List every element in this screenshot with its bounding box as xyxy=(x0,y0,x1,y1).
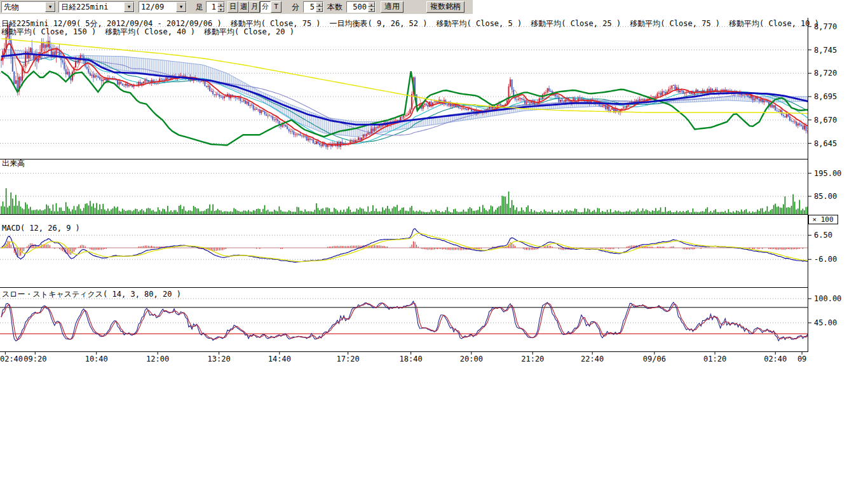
y-axis: 8,7708,7458,7208,6958,6708,645195.0085.0… xyxy=(808,22,841,327)
indicator-label-ma5: 移動平均( Close, 5 ) xyxy=(437,18,522,29)
x-axis-label: 14:40 xyxy=(268,355,291,363)
instrument-type-select[interactable]: 先物 ▼ xyxy=(1,1,56,13)
bar-count-input[interactable]: 500 ▲▼ xyxy=(346,1,376,13)
app-window: { "toolbar": { "instrument_type": "先物", … xyxy=(0,0,868,488)
y-axis-label: 8,695 xyxy=(814,92,837,101)
x-axis-label: 17:20 xyxy=(337,355,360,363)
x-axis-label: 09:20 xyxy=(24,355,46,363)
stoch-panel-label: スロー・ストキャスティクス( 14, 3, 80, 20 ) xyxy=(2,289,181,300)
apply-button[interactable]: 適用 xyxy=(381,1,403,13)
period-day-button[interactable]: 日 xyxy=(227,1,238,13)
y-axis-label: 8,745 xyxy=(814,46,837,55)
x-axis-label: 09 xyxy=(797,355,806,363)
dropdown-arrow-icon[interactable]: ▼ xyxy=(124,2,134,12)
instrument-type-value: 先物 xyxy=(2,2,45,13)
dropdown-arrow-icon[interactable]: ▼ xyxy=(45,2,55,12)
y-axis-label: 6.50 xyxy=(814,231,832,240)
x-axis-label: 22:40 xyxy=(581,355,604,363)
macd-signal-line xyxy=(1,233,808,261)
x-axis-label: 01:20 xyxy=(703,355,726,363)
spin-down-icon[interactable]: ▼ xyxy=(368,7,375,12)
instrument-value: 日経225mini xyxy=(59,2,124,13)
period-week-button[interactable]: 週 xyxy=(238,1,249,13)
spin-down-icon[interactable]: ▼ xyxy=(316,7,323,12)
x-axis-label: 10:40 xyxy=(85,355,108,363)
bar-interval-input[interactable]: 1 ▲▼ xyxy=(206,1,225,13)
stoch-d-line xyxy=(1,303,808,340)
bar-label: 足 xyxy=(196,2,203,13)
y-axis-label: 8,720 xyxy=(814,69,837,78)
indicator-label-ma20: 移動平均( Close, 20 ) xyxy=(204,27,294,37)
period-minute-button[interactable]: 分 xyxy=(260,1,271,13)
period-month-button[interactable]: 月 xyxy=(249,1,260,13)
x-axis-label: 12:00 xyxy=(146,355,169,363)
spinner-buttons[interactable]: ▲▼ xyxy=(217,2,224,12)
spin-up-icon[interactable]: ▲ xyxy=(368,2,375,7)
minute-value[interactable]: 5 xyxy=(304,2,316,12)
multi-symbol-button[interactable]: 複数銘柄 xyxy=(426,1,465,13)
x-axis-label: 13:20 xyxy=(208,355,231,363)
y-axis-label: 8,670 xyxy=(814,116,837,125)
macd-histogram xyxy=(3,241,803,257)
volume-multiplier-label: × 100 xyxy=(812,215,833,224)
bar-interval-value[interactable]: 1 xyxy=(207,2,217,12)
gridlines xyxy=(0,27,808,323)
toolbar: 先物 ▼ 日経225mini ▼ 12/09 ▼ 足 1 ▲▼ 日 週 月 分 … xyxy=(0,0,868,14)
y-axis-label: 195.00 xyxy=(814,169,841,178)
macd-panel-label: MACD( 12, 26, 9 ) xyxy=(2,224,80,233)
x-axis-label: 02:40 xyxy=(0,355,23,363)
contract-month-value: 12/09 xyxy=(139,3,176,11)
x-axis-label: 21:20 xyxy=(521,355,544,363)
dropdown-arrow-icon[interactable]: ▼ xyxy=(176,2,186,12)
instrument-select[interactable]: 日経225mini ▼ xyxy=(58,1,135,13)
contract-month-select[interactable]: 12/09 ▼ xyxy=(139,1,187,13)
indicator-label-ma10: 移動平均( Close, 10 ) xyxy=(729,18,819,29)
spin-up-icon[interactable]: ▲ xyxy=(316,2,323,7)
y-axis-label: 8,645 xyxy=(814,139,837,148)
period-tick-button[interactable]: T xyxy=(271,1,281,13)
x-axis-labels: 02:4009:2010:4012:0013:2014:4017:2018:40… xyxy=(0,352,806,363)
toolbar-strip: 先物 ▼ 日経225mini ▼ 12/09 ▼ 足 1 ▲▼ 日 週 月 分 … xyxy=(0,0,473,14)
spin-up-icon[interactable]: ▲ xyxy=(217,2,224,7)
volume-panel-label: 出来高 xyxy=(2,158,25,169)
x-axis-label: 18:40 xyxy=(400,355,423,363)
indicator-label-ma150: 移動平均( Close, 150 ) xyxy=(1,27,96,37)
indicator-label-ma25: 移動平均( Close, 25 ) xyxy=(531,18,621,29)
y-axis-label: 45.00 xyxy=(814,318,837,327)
indicator-label-ma75b: 移動平均( Close, 75 ) xyxy=(630,18,720,29)
chart-area[interactable]: 8,7708,7458,7208,6958,6708,645195.0085.0… xyxy=(0,0,868,381)
indicator-label-ma40: 移動平均( Close, 40 ) xyxy=(105,27,195,37)
spinner-buttons[interactable]: ▲▼ xyxy=(316,2,323,12)
spinner-buttons[interactable]: ▲▼ xyxy=(368,2,375,12)
x-axis-label: 09/06 xyxy=(643,355,666,363)
minute-value-input[interactable]: 5 ▲▼ xyxy=(303,1,323,13)
x-axis-label: 02:40 xyxy=(764,355,787,363)
volume-multiplier-box: × 100 xyxy=(809,215,838,224)
chart-legend-line2: 移動平均( Close, 150 ) 移動平均( Close, 40 ) 移動平… xyxy=(1,27,294,37)
y-axis-label: 100.00 xyxy=(814,294,841,303)
y-axis-label: -6.00 xyxy=(814,255,837,264)
macd-line xyxy=(1,229,808,262)
bar-count-value[interactable]: 500 xyxy=(347,2,368,12)
minute-unit-label: 分 xyxy=(292,2,299,13)
y-axis-label: 85.00 xyxy=(814,192,837,201)
x-axis-label: 20:00 xyxy=(460,355,483,363)
volume-bars-layer xyxy=(1,188,808,214)
spin-down-icon[interactable]: ▼ xyxy=(217,7,224,12)
ma-green-line xyxy=(1,71,808,145)
indicator-label-ichimoku: 一目均衡表( 9, 26, 52 ) xyxy=(330,18,428,29)
bar-count-label: 本数 xyxy=(327,2,342,13)
